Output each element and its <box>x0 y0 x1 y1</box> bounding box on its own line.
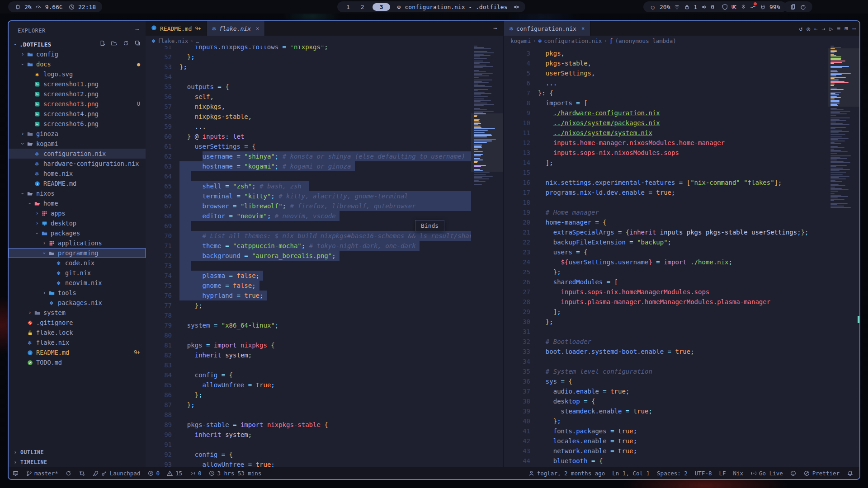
tab-overflow-button[interactable]: ⋯ <box>494 24 497 32</box>
code-line[interactable]: 53 }; <box>146 62 471 72</box>
workspace-3-active[interactable]: 3 <box>373 3 391 11</box>
status-sync[interactable] <box>62 467 75 479</box>
explorer-more-button[interactable]: ⋯ <box>136 26 139 33</box>
code-line[interactable]: 32 # Bootloader <box>504 337 828 347</box>
status-time-tracker[interactable]: 3 hrs 53 mins <box>205 467 265 479</box>
code-line[interactable]: 71 theme = "catppuccin-mocha"; # tokyo-n… <box>146 241 471 251</box>
code-line[interactable]: 25 }; <box>504 267 828 277</box>
close-icon[interactable]: × <box>256 25 259 32</box>
code-line[interactable]: 16 nix.settings.experimental-features = … <box>504 178 828 188</box>
status-launchpad[interactable]: Launchpad <box>89 467 144 479</box>
code-line[interactable]: 60 } @ inputs: let <box>146 131 471 141</box>
code-line[interactable]: 92 config = { <box>146 450 471 460</box>
code-line[interactable]: 93 allowUnfree = true; <box>146 460 471 467</box>
code-line[interactable]: 90 inherit system; <box>146 430 471 440</box>
code-line[interactable]: 56 self, <box>146 92 471 102</box>
code-line[interactable]: 27 inputs.sops-nix.homeManagerModules.so… <box>504 287 828 297</box>
status-language-mode[interactable]: Nix <box>730 467 747 479</box>
code-line[interactable]: 34 <box>504 357 828 366</box>
status-remote-window[interactable] <box>9 467 22 479</box>
code-line[interactable]: 33 boot.loader.systemd-boot.enable = tru… <box>504 347 828 357</box>
tree-item-screenshot3.png[interactable]: screenshot3.pngU <box>9 99 146 109</box>
code-line[interactable]: 29 ]; <box>504 307 828 317</box>
tree-item-config[interactable]: › config <box>9 49 146 59</box>
tree-item-git.nix[interactable]: ❄ git.nix <box>9 268 146 278</box>
code-line[interactable]: 63 hostname = "kogami"; # kogami or gino… <box>146 161 471 171</box>
code-line[interactable]: 52 }; <box>146 52 471 62</box>
tree-item-apps[interactable]: › apps <box>9 208 146 218</box>
tree-item-home[interactable]: › home <box>9 198 146 208</box>
code-line[interactable]: 24 ${userSettings.username} = import ./h… <box>504 257 828 267</box>
wifi-icon[interactable] <box>674 4 680 10</box>
collapse-all-icon[interactable] <box>134 39 141 47</box>
code-line[interactable]: 35 # System level configuration <box>504 366 828 376</box>
code-line[interactable]: 39 steamdeck.enable = true; <box>504 406 828 416</box>
code-line[interactable]: 68 editor = "neovim"; # neovim, vscode <box>146 211 471 221</box>
code-line[interactable]: 14 ]; <box>504 158 828 168</box>
more-icon[interactable]: ⋯ <box>852 25 856 32</box>
code-line[interactable]: 11 ../nixos/system/system.nix <box>504 128 828 138</box>
code-line[interactable]: 22 backupFileExtension = "backup"; <box>504 237 828 247</box>
tab-readme[interactable]: README.md 9+ <box>146 21 207 36</box>
code-line[interactable]: 43 network.enable = true; <box>504 446 828 456</box>
tree-item-desktop[interactable]: › desktop <box>9 218 146 228</box>
status-notifications[interactable] <box>843 467 857 479</box>
code-line[interactable]: 77 }; <box>146 300 471 310</box>
close-icon[interactable]: × <box>581 25 585 32</box>
code-line[interactable]: 74 plasma = false; <box>146 271 471 281</box>
code-line[interactable]: 89 pkgs-stable = import nixpkgs-stable { <box>146 420 471 430</box>
code-line[interactable]: 17 programs.nix-ld.dev.enable = true; <box>504 188 828 197</box>
code-line[interactable]: 15 <box>504 168 828 178</box>
speaker-icon[interactable] <box>701 4 707 10</box>
code-line[interactable]: 65 shell = "zsh"; # bash, zsh <box>146 181 471 191</box>
power-icon[interactable] <box>800 4 806 10</box>
status-extension-face[interactable] <box>787 467 800 479</box>
minimap[interactable] <box>828 46 859 467</box>
code-line[interactable]: 70 # List all themes: $ nix build nixpkg… <box>146 231 471 241</box>
notification-tray-icon[interactable] <box>750 4 756 10</box>
code-line[interactable]: 21 extraSpecialArgs = {inherit inputs pk… <box>504 227 828 237</box>
tree-item-system[interactable]: › system <box>9 308 146 318</box>
timeline-section[interactable]: › TIMELINE <box>9 457 146 467</box>
code-line[interactable]: 4 pkgs-stable, <box>504 58 828 68</box>
status-ports[interactable]: 0 <box>186 467 205 479</box>
code-line[interactable]: 76 hyprland = true; <box>146 291 471 300</box>
split-icon[interactable]: ⊞ <box>844 25 848 32</box>
code-line[interactable]: 66 terminal = "kitty"; # kitty, alacritt… <box>146 191 471 201</box>
status-warnings[interactable]: 15 <box>163 467 186 479</box>
breadcrumb[interactable]: ❄ flake.nix › … <box>146 36 503 46</box>
new-file-icon[interactable] <box>99 39 106 47</box>
code-line[interactable]: 55 outputs = { <box>146 82 471 92</box>
tree-item-programming[interactable]: › programming <box>9 248 146 258</box>
tree-item-hardware-configuration.nix[interactable]: ❄ hardware-configuration.nix <box>9 159 146 169</box>
tree-item-README.md[interactable]: README.md9+ <box>9 347 146 357</box>
code-line[interactable]: 58 nixpkgs-stable, <box>146 112 471 122</box>
tree-item-configuration.nix[interactable]: ❄ configuration.nix <box>9 149 146 159</box>
tree-item-kogami[interactable]: › kogami <box>9 139 146 149</box>
breadcrumb-folder[interactable]: kogami <box>510 38 531 44</box>
code-line[interactable]: 80 <box>146 330 471 340</box>
code-line[interactable]: 37 audio.enable = true; <box>504 386 828 396</box>
tab-flake-nix[interactable]: ❄ flake.nix × <box>207 21 265 36</box>
code-line[interactable]: 9 ./hardware-configuration.nix <box>504 108 828 118</box>
code-line[interactable]: 64 <box>146 171 471 181</box>
refresh-icon[interactable] <box>122 39 129 47</box>
code-line[interactable]: 84 config = { <box>146 370 471 380</box>
code-line[interactable]: 82 inherit system; <box>146 350 471 360</box>
tree-item-packages.nix[interactable]: ❄ packages.nix <box>9 298 146 308</box>
status-indentation[interactable]: Spaces: 2 <box>653 467 691 479</box>
tree-item-README.md[interactable]: README.md <box>9 178 146 188</box>
code-line[interactable]: 12 inputs.home-manager.nixosModules.home… <box>504 138 828 148</box>
code-line[interactable]: 28 inputs.plasma-manager.homeManagerModu… <box>504 297 828 307</box>
tree-item-screenshot1.png[interactable]: screenshot1.png <box>9 79 146 89</box>
minimap[interactable] <box>471 46 503 467</box>
tree-item-flake.nix[interactable]: ❄ flake.nix <box>9 338 146 347</box>
status-git-blame[interactable]: foglar, 2 months ago <box>525 467 609 479</box>
code-line[interactable]: 78 <box>146 310 471 320</box>
tree-item-neovim.nix[interactable]: ❄ neovim.nix <box>9 278 146 288</box>
tree-item-screenshot2.png[interactable]: screenshot2.png <box>9 89 146 99</box>
status-prettier[interactable]: Prettier <box>800 467 843 479</box>
status-go-live[interactable]: Go Live <box>747 467 787 479</box>
forward-icon[interactable]: → <box>822 25 826 32</box>
tree-item-screenshot4.png[interactable]: screenshot4.png <box>9 109 146 119</box>
